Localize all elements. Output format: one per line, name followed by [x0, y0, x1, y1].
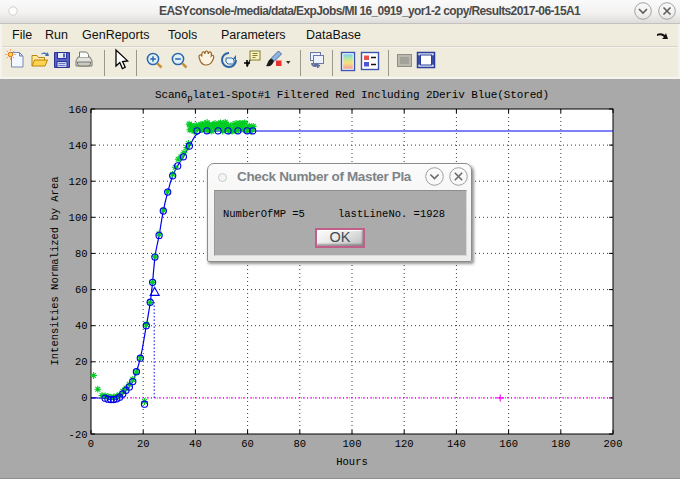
svg-text:Hours: Hours — [336, 456, 368, 468]
svg-text:20: 20 — [75, 356, 88, 368]
svg-text:200: 200 — [604, 438, 623, 450]
svg-text:80: 80 — [293, 438, 306, 450]
svg-text:60: 60 — [241, 438, 254, 450]
svg-text:120: 120 — [69, 176, 88, 188]
svg-text:Intensities Normalized by Area: Intensities Normalized by Area — [49, 176, 61, 365]
svg-text:40: 40 — [189, 438, 202, 450]
svg-text:160: 160 — [499, 438, 518, 450]
svg-text:140: 140 — [447, 438, 466, 450]
svg-text:180: 180 — [551, 438, 570, 450]
svg-text:40: 40 — [75, 320, 88, 332]
svg-text:80: 80 — [75, 248, 88, 260]
svg-text:-20: -20 — [69, 429, 88, 441]
svg-text:160: 160 — [69, 104, 88, 116]
svg-text:0: 0 — [81, 392, 87, 404]
svg-text:20: 20 — [137, 438, 150, 450]
svg-text:140: 140 — [69, 140, 88, 152]
svg-text:0: 0 — [88, 438, 94, 450]
svg-text:Scan6plate1-Spot#1 Filtered Re: Scan6plate1-Spot#1 Filtered Red Includin… — [155, 89, 549, 104]
svg-text:60: 60 — [75, 284, 88, 296]
svg-text:100: 100 — [69, 212, 88, 224]
svg-text:120: 120 — [395, 438, 414, 450]
svg-text:100: 100 — [343, 438, 362, 450]
